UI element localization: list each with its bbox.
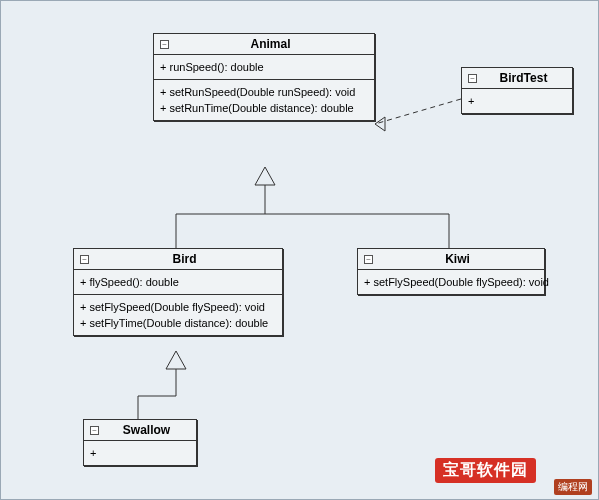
member: + setRunSpeed(Double runSpeed): void <box>160 84 368 100</box>
class-name: BirdTest <box>481 71 566 85</box>
operations-section: + <box>84 441 196 465</box>
class-name: Swallow <box>103 423 190 437</box>
svg-line-0 <box>375 99 461 124</box>
class-kiwi[interactable]: − Kiwi + setFlySpeed(Double flySpeed): v… <box>357 248 545 295</box>
svg-marker-6 <box>166 351 186 369</box>
class-swallow[interactable]: − Swallow + <box>83 419 197 466</box>
watermark-badge: 宝哥软件园 <box>435 458 536 483</box>
collapse-icon[interactable]: − <box>468 74 477 83</box>
attributes-section: + runSpeed(): double <box>154 55 374 80</box>
class-bird[interactable]: − Bird + flySpeed(): double + setFlySpee… <box>73 248 283 336</box>
collapse-icon[interactable]: − <box>80 255 89 264</box>
class-animal[interactable]: − Animal + runSpeed(): double + setRunSp… <box>153 33 375 121</box>
class-birdtest[interactable]: − BirdTest + <box>461 67 573 114</box>
class-name: Bird <box>93 252 276 266</box>
svg-marker-1 <box>255 167 275 185</box>
class-name: Kiwi <box>377 252 538 266</box>
class-name: Animal <box>173 37 368 51</box>
operations-section: + setFlySpeed(Double flySpeed): void + s… <box>74 295 282 335</box>
member: + setFlySpeed(Double flySpeed): void <box>364 274 538 290</box>
member: + setRunTime(Double distance): double <box>160 100 368 116</box>
operations-section: + <box>462 89 572 113</box>
operations-section: + setRunSpeed(Double runSpeed): void + s… <box>154 80 374 120</box>
collapse-icon[interactable]: − <box>90 426 99 435</box>
collapse-icon[interactable]: − <box>160 40 169 49</box>
member: + <box>90 445 190 461</box>
member: + setFlyTime(Double distance): double <box>80 315 276 331</box>
member: + flySpeed(): double <box>80 274 276 290</box>
operations-section: + setFlySpeed(Double flySpeed): void <box>358 270 544 294</box>
member: + setFlySpeed(Double flySpeed): void <box>80 299 276 315</box>
attributes-section: + flySpeed(): double <box>74 270 282 295</box>
member: + <box>468 93 566 109</box>
collapse-icon[interactable]: − <box>364 255 373 264</box>
member: + runSpeed(): double <box>160 59 368 75</box>
watermark-badge-small: 编程网 <box>554 479 592 495</box>
